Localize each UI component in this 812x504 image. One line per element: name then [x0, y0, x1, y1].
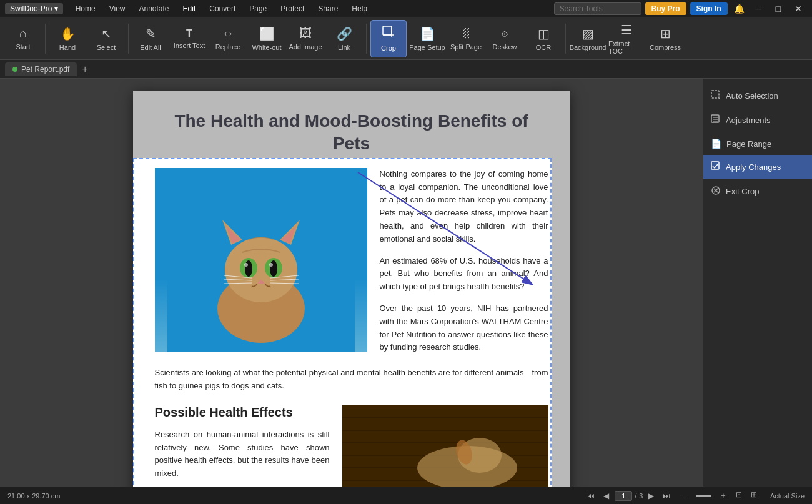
menu-bar: SwifDoo-Pro ▾ Home View Annotate Edit Co…: [0, 0, 812, 17]
panel-exit-crop-label: Exit Crop: [726, 187, 759, 196]
zoom-in-button[interactable]: ＋: [716, 489, 730, 502]
tab-add-button[interactable]: +: [77, 61, 92, 77]
select-icon: ↖: [101, 26, 112, 41]
close-button[interactable]: ✕: [790, 2, 807, 15]
menu-share[interactable]: Share: [312, 2, 344, 16]
menu-help[interactable]: Help: [345, 2, 374, 16]
edit-all-icon: ✎: [146, 26, 156, 41]
tool-select[interactable]: ↖ Select: [88, 20, 124, 57]
tool-page-setup[interactable]: 📄 Page Setup: [409, 20, 445, 57]
tool-start-label: Start: [16, 43, 30, 51]
menu-view[interactable]: View: [103, 2, 132, 16]
tool-crop[interactable]: Crop: [370, 20, 407, 57]
page-navigation: ⏮ ◀ / 3 ▶ ⏭: [584, 491, 673, 501]
panel-page-range[interactable]: 📄 Page Range: [703, 132, 812, 155]
tool-start[interactable]: ⌂ Start: [5, 20, 41, 57]
page-separator: /: [635, 492, 636, 500]
toolbar: ⌂ Start ✋ Hand ↖ Select ✎ Edit All T Ins…: [0, 17, 812, 60]
search-input[interactable]: [554, 2, 641, 15]
maximize-button[interactable]: □: [771, 2, 786, 15]
tool-crop-label: Crop: [381, 44, 396, 52]
pdf-viewer[interactable]: The Health and Mood-Boosting Benefits of…: [0, 79, 703, 487]
pdf-page: The Health and Mood-Boosting Benefits of…: [133, 91, 570, 487]
fit-width-button[interactable]: ⊡: [733, 489, 745, 502]
tool-link[interactable]: 🔗 Link: [326, 20, 362, 57]
tool-split-page-label: Split Page: [450, 43, 482, 51]
tool-white-out[interactable]: ⬜ White-out: [249, 20, 285, 57]
menu-home[interactable]: Home: [69, 2, 102, 16]
panel-auto-selection-label: Auto Selection: [726, 91, 778, 101]
svg-point-15: [270, 260, 277, 277]
pdf-cat-image: [155, 168, 367, 352]
first-page-button[interactable]: ⏮: [584, 491, 598, 501]
tool-add-image-label: Add Image: [289, 43, 322, 51]
main-area: The Health and Mood-Boosting Benefits of…: [0, 79, 812, 487]
page-setup-icon: 📄: [420, 26, 435, 41]
auto-selection-icon: [711, 90, 721, 102]
thumbnail-view-button[interactable]: ⊞: [748, 489, 760, 502]
tool-add-image[interactable]: 🖼 Add Image: [287, 20, 324, 57]
sign-in-button[interactable]: Sign In: [690, 2, 728, 15]
panel-auto-selection[interactable]: Auto Selection: [703, 84, 812, 108]
buy-pro-button[interactable]: Buy Pro: [645, 2, 686, 15]
extract-toc-icon: ☰: [621, 22, 632, 37]
hand-icon: ✋: [60, 26, 76, 41]
tab-pet-report[interactable]: Pet Report.pdf: [5, 62, 77, 76]
next-page-button[interactable]: ▶: [645, 491, 657, 501]
tool-extract-toc[interactable]: ☰ Extract TOC: [608, 20, 645, 57]
view-controls: ─ ▬▬ ＋ ⊡ ⊞: [678, 489, 760, 502]
tab-filename: Pet Report.pdf: [21, 65, 69, 74]
svg-point-17: [269, 263, 273, 267]
prev-page-button[interactable]: ◀: [600, 491, 612, 501]
replace-icon: ↔: [222, 26, 234, 41]
background-icon: ▨: [582, 26, 594, 41]
menu-convert[interactable]: Convert: [203, 2, 242, 16]
tool-hand[interactable]: ✋ Hand: [49, 20, 86, 57]
tool-replace[interactable]: ↔ Replace: [210, 20, 246, 57]
tool-split-page[interactable]: ⧛ Split Page: [448, 20, 484, 57]
menu-edit[interactable]: Edit: [177, 2, 202, 16]
exit-crop-icon: [711, 185, 721, 197]
notification-icon[interactable]: 🔔: [731, 2, 747, 15]
tool-insert-text[interactable]: T Insert Text: [171, 20, 207, 57]
tool-edit-all-label: Edit All: [140, 44, 161, 51]
app-logo[interactable]: SwifDoo-Pro ▾: [5, 3, 63, 14]
tool-link-label: Link: [338, 44, 350, 51]
pdf-dog-image: [342, 405, 548, 487]
tool-compress-label: Compress: [650, 44, 681, 51]
tool-deskew-label: Deskew: [492, 43, 517, 51]
svg-rect-35: [711, 91, 719, 98]
panel-exit-crop[interactable]: Exit Crop: [703, 179, 812, 204]
crop-overlay-top: [133, 91, 570, 158]
pdf-bottom-section: Possible Health Effects Research on huma…: [155, 405, 548, 487]
tool-ocr-label: OCR: [536, 44, 551, 51]
menu-annotate[interactable]: Annotate: [133, 2, 176, 16]
pdf-paragraph-2: An estimated 68% of U.S. households have…: [380, 255, 548, 294]
compress-icon: ⊞: [660, 26, 671, 41]
menu-protect[interactable]: Protect: [274, 2, 310, 16]
last-page-button[interactable]: ⏭: [660, 491, 673, 501]
right-panel: Auto Selection Adjustments 📄 Page Range: [703, 79, 812, 487]
tool-background[interactable]: ▨ Background: [570, 20, 606, 57]
svg-point-14: [245, 260, 252, 277]
zoom-out-button[interactable]: ─: [678, 489, 690, 502]
panel-apply-changes[interactable]: Apply Changes: [703, 155, 812, 179]
panel-adjustments[interactable]: Adjustments: [703, 108, 812, 132]
zoom-slider-area[interactable]: ▬▬: [693, 489, 714, 502]
menu-bar-right: Buy Pro Sign In 🔔 ─ □ ✕: [554, 2, 807, 15]
tool-ocr[interactable]: ◫ OCR: [525, 20, 562, 57]
pdf-right-text: Nothing compares to the joy of coming ho…: [380, 168, 548, 354]
current-page-input[interactable]: [615, 491, 632, 501]
toolbar-separator-1: [45, 24, 46, 54]
menu-page[interactable]: Page: [243, 2, 273, 16]
pdf-paragraph-5: Research on human-animal interactions is…: [155, 428, 330, 480]
svg-point-7: [225, 237, 297, 302]
minimize-button[interactable]: ─: [751, 2, 767, 15]
tool-deskew[interactable]: ⟐ Deskew: [487, 20, 523, 57]
apply-changes-icon: [711, 161, 721, 173]
tool-extract-toc-label: Extract TOC: [608, 40, 645, 55]
tool-compress[interactable]: ⊞ Compress: [647, 20, 683, 57]
pdf-paragraph-3: Over the past 10 years, NIH has partnere…: [380, 302, 548, 354]
tool-insert-text-label: Insert Text: [174, 42, 205, 49]
tool-edit-all[interactable]: ✎ Edit All: [132, 20, 169, 57]
